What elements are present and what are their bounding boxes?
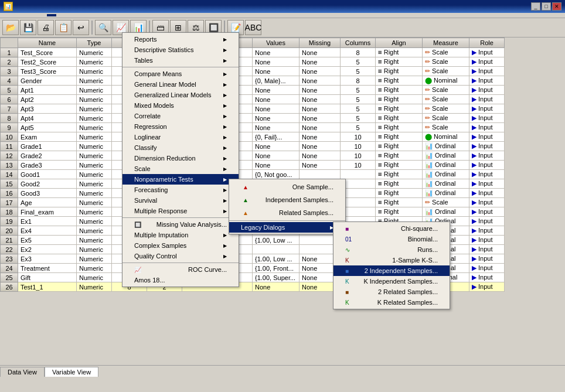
var-name[interactable]: Good3 — [18, 189, 77, 198]
var-type[interactable]: Numeric — [77, 198, 112, 207]
var-measure[interactable]: 📊 Ordinal — [423, 170, 469, 179]
var-measure[interactable]: 📊 Ordinal — [423, 207, 469, 217]
var-values[interactable]: {1.00, Front... — [253, 264, 299, 273]
var-type[interactable]: Numeric — [77, 282, 112, 292]
dialog-recall-button[interactable]: 📋 — [55, 20, 72, 35]
var-type[interactable]: Numeric — [77, 86, 112, 95]
var-align[interactable]: ≡ Right — [376, 114, 423, 123]
var-measure[interactable]: ✏ Scale — [423, 104, 469, 114]
var-role[interactable]: ▶ Input — [469, 217, 505, 226]
var-role[interactable]: ▶ Input — [469, 76, 505, 86]
analyze-descriptive[interactable]: Descriptive Statistics ▶ — [122, 45, 239, 55]
var-name[interactable]: Apt2 — [18, 95, 77, 104]
analyze-classify[interactable]: Classify ▶ — [122, 142, 239, 153]
var-name[interactable]: Ex5 — [18, 236, 77, 245]
columns-column-header[interactable]: Columns — [341, 38, 376, 48]
var-name[interactable]: Ex1 — [18, 217, 77, 226]
var-values[interactable]: None — [253, 151, 299, 161]
var-type[interactable]: Numeric — [77, 114, 112, 123]
var-type[interactable]: Numeric — [77, 142, 112, 151]
var-role[interactable]: ▶ Input — [469, 67, 505, 76]
var-columns[interactable]: 10 — [341, 132, 376, 142]
close-button[interactable]: ✕ — [552, 2, 561, 11]
var-columns[interactable]: 5 — [341, 104, 376, 114]
var-columns[interactable]: 5 — [341, 57, 376, 67]
var-type[interactable]: Numeric — [77, 161, 112, 170]
var-missing[interactable]: None — [299, 132, 341, 142]
var-values[interactable]: {1.00, Low ... — [253, 254, 299, 264]
menu-help[interactable] — [94, 14, 103, 16]
var-values[interactable]: None — [253, 142, 299, 151]
var-type[interactable]: Numeric — [77, 151, 112, 161]
analyze-correlate[interactable]: Correlate ▶ — [122, 111, 239, 121]
var-name[interactable]: Age — [18, 198, 77, 207]
var-measure[interactable]: ⬤ Nominal — [423, 132, 469, 142]
analyze-survival[interactable]: Survival ▶ — [122, 195, 239, 206]
var-name[interactable]: Good1 — [18, 170, 77, 179]
analyze-glm[interactable]: General Linear Model ▶ — [122, 79, 239, 90]
var-align[interactable]: ≡ Right — [376, 76, 423, 86]
var-measure[interactable]: ✏ Scale — [423, 67, 469, 76]
undo-button[interactable]: ↩ — [73, 20, 89, 35]
var-missing[interactable]: None — [299, 76, 341, 86]
var-role[interactable]: ▶ Input — [469, 170, 505, 179]
var-values[interactable]: {0, Fail}... — [253, 132, 299, 142]
legacy-binomial[interactable]: 01 Binomial... — [333, 234, 450, 244]
var-name[interactable]: Grade1 — [18, 142, 77, 151]
analyze-loglinear[interactable]: Loglinear ▶ — [122, 132, 239, 142]
menu-window[interactable] — [84, 14, 94, 16]
legacy-2independent[interactable]: ■ 2 Independent Samples... — [333, 265, 450, 276]
var-role[interactable]: ▶ Input — [469, 48, 505, 57]
find-button[interactable]: 🔍 — [95, 20, 111, 35]
var-name[interactable]: Apt3 — [18, 104, 77, 114]
var-role[interactable]: ▶ Input — [469, 142, 505, 151]
var-values[interactable]: {1.00, Low ... — [253, 236, 299, 245]
var-values[interactable]: {0, Not goo... — [253, 170, 299, 179]
var-name[interactable]: Apt5 — [18, 123, 77, 132]
var-missing[interactable] — [299, 170, 341, 179]
var-align[interactable]: ≡ Right — [376, 67, 423, 76]
var-align[interactable]: ≡ Right — [376, 179, 423, 189]
var-type[interactable]: Numeric — [77, 67, 112, 76]
align-column-header[interactable]: Align — [376, 38, 423, 48]
menu-file[interactable] — [0, 14, 9, 16]
var-values[interactable]: None — [253, 67, 299, 76]
var-measure[interactable]: 📊 Ordinal — [423, 179, 469, 189]
var-name[interactable]: Good2 — [18, 179, 77, 189]
var-values[interactable]: None — [253, 48, 299, 57]
var-columns[interactable]: 8 — [341, 48, 376, 57]
var-type[interactable]: Numeric — [77, 48, 112, 57]
var-columns[interactable]: 8 — [341, 76, 376, 86]
menu-addons[interactable] — [75, 14, 84, 16]
var-columns[interactable]: 5 — [341, 114, 376, 123]
var-name[interactable]: Grade2 — [18, 151, 77, 161]
var-type[interactable]: Numeric — [77, 264, 112, 273]
var-role[interactable]: ▶ Input — [469, 236, 505, 245]
var-name[interactable]: Test3_Score — [18, 67, 77, 76]
analyze-forecasting[interactable]: Forecasting ▶ — [122, 185, 239, 195]
var-type[interactable]: Numeric — [77, 189, 112, 198]
print-button[interactable]: 🖨 — [38, 20, 54, 35]
var-values[interactable]: None — [253, 123, 299, 132]
var-align[interactable]: ≡ Right — [376, 86, 423, 95]
var-align[interactable]: ≡ Right — [376, 161, 423, 170]
var-role[interactable]: ▶ Input — [469, 86, 505, 95]
analyze-tables[interactable]: Tables ▶ — [122, 55, 239, 66]
analyze-nonparametric[interactable]: Nonparametric Tests ▶ — [122, 174, 239, 185]
var-measure[interactable]: ✏ Scale — [423, 57, 469, 67]
var-name[interactable]: Ex4 — [18, 226, 77, 236]
open-button[interactable]: 📂 — [2, 20, 19, 35]
var-role[interactable]: ▶ Input — [469, 264, 505, 273]
var-role[interactable]: ▶ Input — [469, 104, 505, 114]
var-role[interactable]: ▶ Input — [469, 245, 505, 254]
legacy-chi-square[interactable]: ■ Chi-square... — [333, 223, 450, 234]
var-align[interactable]: ≡ Right — [376, 207, 423, 217]
var-role[interactable]: ▶ Input — [469, 95, 505, 104]
var-measure[interactable]: 📊 Ordinal — [423, 142, 469, 151]
var-align[interactable]: ≡ Right — [376, 95, 423, 104]
var-name[interactable]: Test2_Score — [18, 57, 77, 67]
menu-view[interactable] — [19, 14, 28, 16]
var-name[interactable]: Test1_1 — [18, 282, 77, 292]
var-role[interactable]: ▶ Input — [469, 198, 505, 207]
analyze-multiple-imputation[interactable]: Multiple Imputation ▶ — [122, 230, 239, 240]
